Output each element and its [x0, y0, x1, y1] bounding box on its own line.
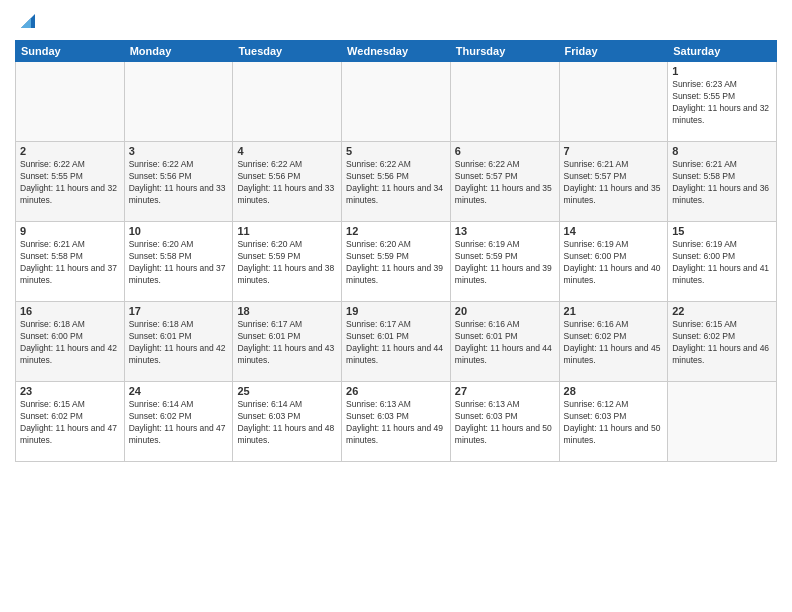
day-info: Sunrise: 6:16 AM Sunset: 6:01 PM Dayligh… [455, 319, 555, 367]
day-number: 25 [237, 385, 337, 397]
day-info: Sunrise: 6:15 AM Sunset: 6:02 PM Dayligh… [20, 399, 120, 447]
weekday-row: SundayMondayTuesdayWednesdayThursdayFrid… [16, 41, 777, 62]
day-number: 12 [346, 225, 446, 237]
day-number: 15 [672, 225, 772, 237]
day-number: 20 [455, 305, 555, 317]
day-number: 1 [672, 65, 772, 77]
calendar-cell: 22Sunrise: 6:15 AM Sunset: 6:02 PM Dayli… [668, 302, 777, 382]
calendar-cell: 6Sunrise: 6:22 AM Sunset: 5:57 PM Daylig… [450, 142, 559, 222]
day-info: Sunrise: 6:13 AM Sunset: 6:03 PM Dayligh… [455, 399, 555, 447]
calendar-cell: 3Sunrise: 6:22 AM Sunset: 5:56 PM Daylig… [124, 142, 233, 222]
day-number: 10 [129, 225, 229, 237]
weekday-header: Wednesday [342, 41, 451, 62]
day-number: 27 [455, 385, 555, 397]
calendar-cell: 12Sunrise: 6:20 AM Sunset: 5:59 PM Dayli… [342, 222, 451, 302]
calendar-cell: 15Sunrise: 6:19 AM Sunset: 6:00 PM Dayli… [668, 222, 777, 302]
calendar-cell: 23Sunrise: 6:15 AM Sunset: 6:02 PM Dayli… [16, 382, 125, 462]
day-info: Sunrise: 6:20 AM Sunset: 5:59 PM Dayligh… [237, 239, 337, 287]
calendar-week: 9Sunrise: 6:21 AM Sunset: 5:58 PM Daylig… [16, 222, 777, 302]
calendar-cell: 11Sunrise: 6:20 AM Sunset: 5:59 PM Dayli… [233, 222, 342, 302]
day-info: Sunrise: 6:22 AM Sunset: 5:55 PM Dayligh… [20, 159, 120, 207]
weekday-header: Monday [124, 41, 233, 62]
calendar-cell: 19Sunrise: 6:17 AM Sunset: 6:01 PM Dayli… [342, 302, 451, 382]
calendar-cell: 14Sunrise: 6:19 AM Sunset: 6:00 PM Dayli… [559, 222, 668, 302]
day-info: Sunrise: 6:16 AM Sunset: 6:02 PM Dayligh… [564, 319, 664, 367]
calendar-cell [342, 62, 451, 142]
calendar-cell [559, 62, 668, 142]
day-info: Sunrise: 6:20 AM Sunset: 5:58 PM Dayligh… [129, 239, 229, 287]
day-number: 26 [346, 385, 446, 397]
logo-top [15, 10, 39, 32]
day-info: Sunrise: 6:19 AM Sunset: 5:59 PM Dayligh… [455, 239, 555, 287]
calendar-cell: 26Sunrise: 6:13 AM Sunset: 6:03 PM Dayli… [342, 382, 451, 462]
day-info: Sunrise: 6:21 AM Sunset: 5:58 PM Dayligh… [20, 239, 120, 287]
calendar-cell [233, 62, 342, 142]
calendar-cell: 7Sunrise: 6:21 AM Sunset: 5:57 PM Daylig… [559, 142, 668, 222]
logo [15, 10, 39, 32]
day-info: Sunrise: 6:22 AM Sunset: 5:57 PM Dayligh… [455, 159, 555, 207]
calendar-week: 16Sunrise: 6:18 AM Sunset: 6:00 PM Dayli… [16, 302, 777, 382]
day-info: Sunrise: 6:17 AM Sunset: 6:01 PM Dayligh… [346, 319, 446, 367]
calendar-cell [124, 62, 233, 142]
calendar-header: SundayMondayTuesdayWednesdayThursdayFrid… [16, 41, 777, 62]
day-number: 18 [237, 305, 337, 317]
day-number: 4 [237, 145, 337, 157]
day-number: 21 [564, 305, 664, 317]
calendar-cell: 18Sunrise: 6:17 AM Sunset: 6:01 PM Dayli… [233, 302, 342, 382]
calendar-week: 2Sunrise: 6:22 AM Sunset: 5:55 PM Daylig… [16, 142, 777, 222]
day-info: Sunrise: 6:22 AM Sunset: 5:56 PM Dayligh… [129, 159, 229, 207]
calendar-body: 1Sunrise: 6:23 AM Sunset: 5:55 PM Daylig… [16, 62, 777, 462]
day-info: Sunrise: 6:12 AM Sunset: 6:03 PM Dayligh… [564, 399, 664, 447]
calendar-cell: 28Sunrise: 6:12 AM Sunset: 6:03 PM Dayli… [559, 382, 668, 462]
calendar-cell: 25Sunrise: 6:14 AM Sunset: 6:03 PM Dayli… [233, 382, 342, 462]
calendar-cell: 24Sunrise: 6:14 AM Sunset: 6:02 PM Dayli… [124, 382, 233, 462]
page: SundayMondayTuesdayWednesdayThursdayFrid… [0, 0, 792, 612]
day-info: Sunrise: 6:14 AM Sunset: 6:02 PM Dayligh… [129, 399, 229, 447]
weekday-header: Saturday [668, 41, 777, 62]
day-number: 3 [129, 145, 229, 157]
day-number: 28 [564, 385, 664, 397]
calendar-cell: 16Sunrise: 6:18 AM Sunset: 6:00 PM Dayli… [16, 302, 125, 382]
day-number: 2 [20, 145, 120, 157]
calendar-cell: 9Sunrise: 6:21 AM Sunset: 5:58 PM Daylig… [16, 222, 125, 302]
day-info: Sunrise: 6:19 AM Sunset: 6:00 PM Dayligh… [672, 239, 772, 287]
calendar: SundayMondayTuesdayWednesdayThursdayFrid… [15, 40, 777, 462]
weekday-header: Thursday [450, 41, 559, 62]
weekday-header: Sunday [16, 41, 125, 62]
day-info: Sunrise: 6:18 AM Sunset: 6:01 PM Dayligh… [129, 319, 229, 367]
calendar-cell: 1Sunrise: 6:23 AM Sunset: 5:55 PM Daylig… [668, 62, 777, 142]
day-number: 22 [672, 305, 772, 317]
calendar-cell [16, 62, 125, 142]
header [15, 10, 777, 32]
calendar-cell: 13Sunrise: 6:19 AM Sunset: 5:59 PM Dayli… [450, 222, 559, 302]
svg-marker-1 [21, 18, 31, 28]
day-number: 11 [237, 225, 337, 237]
calendar-cell: 21Sunrise: 6:16 AM Sunset: 6:02 PM Dayli… [559, 302, 668, 382]
day-info: Sunrise: 6:21 AM Sunset: 5:57 PM Dayligh… [564, 159, 664, 207]
day-info: Sunrise: 6:22 AM Sunset: 5:56 PM Dayligh… [237, 159, 337, 207]
day-info: Sunrise: 6:22 AM Sunset: 5:56 PM Dayligh… [346, 159, 446, 207]
weekday-header: Tuesday [233, 41, 342, 62]
weekday-header: Friday [559, 41, 668, 62]
calendar-cell: 2Sunrise: 6:22 AM Sunset: 5:55 PM Daylig… [16, 142, 125, 222]
day-number: 14 [564, 225, 664, 237]
day-info: Sunrise: 6:19 AM Sunset: 6:00 PM Dayligh… [564, 239, 664, 287]
day-number: 17 [129, 305, 229, 317]
day-number: 16 [20, 305, 120, 317]
calendar-week: 23Sunrise: 6:15 AM Sunset: 6:02 PM Dayli… [16, 382, 777, 462]
day-info: Sunrise: 6:18 AM Sunset: 6:00 PM Dayligh… [20, 319, 120, 367]
day-number: 19 [346, 305, 446, 317]
day-number: 23 [20, 385, 120, 397]
calendar-cell: 5Sunrise: 6:22 AM Sunset: 5:56 PM Daylig… [342, 142, 451, 222]
day-number: 6 [455, 145, 555, 157]
day-number: 24 [129, 385, 229, 397]
day-number: 8 [672, 145, 772, 157]
day-number: 7 [564, 145, 664, 157]
day-info: Sunrise: 6:23 AM Sunset: 5:55 PM Dayligh… [672, 79, 772, 127]
calendar-cell [668, 382, 777, 462]
calendar-cell: 17Sunrise: 6:18 AM Sunset: 6:01 PM Dayli… [124, 302, 233, 382]
day-number: 5 [346, 145, 446, 157]
day-info: Sunrise: 6:13 AM Sunset: 6:03 PM Dayligh… [346, 399, 446, 447]
calendar-cell [450, 62, 559, 142]
day-info: Sunrise: 6:14 AM Sunset: 6:03 PM Dayligh… [237, 399, 337, 447]
